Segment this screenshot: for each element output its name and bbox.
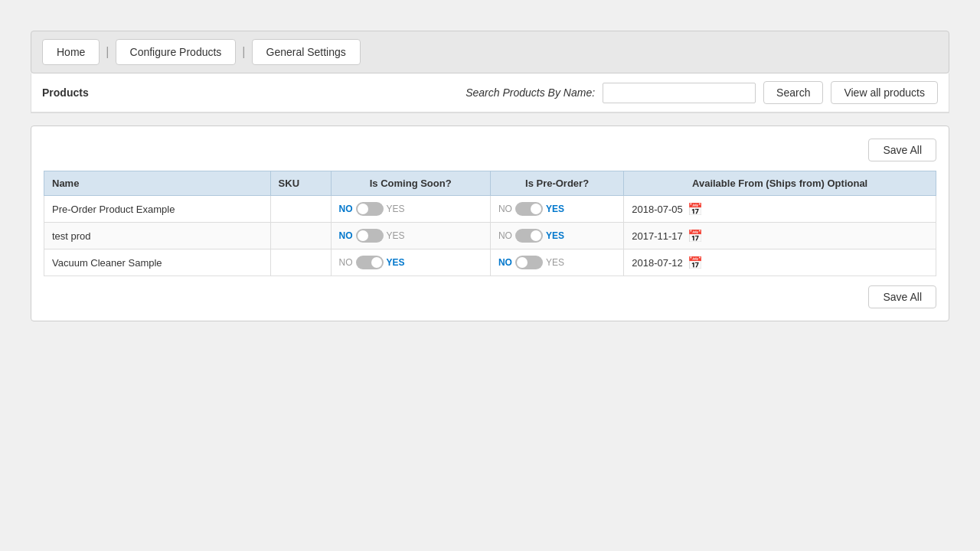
save-all-top-row: Save All bbox=[44, 139, 936, 161]
calendar-icon[interactable]: 📅 bbox=[688, 228, 703, 243]
header-divider bbox=[31, 112, 949, 113]
coming-soon-knob bbox=[358, 230, 368, 241]
save-all-top-button[interactable]: Save All bbox=[868, 139, 936, 161]
table-row: Vacuum Cleaner Sample NO YES NO YES 2018… bbox=[44, 249, 936, 276]
search-by-name-label: Search Products By Name: bbox=[466, 86, 595, 99]
cell-name: Vacuum Cleaner Sample bbox=[44, 249, 271, 276]
col-pre-order: Is Pre-Order? bbox=[490, 171, 623, 196]
col-available-from: Available From (Ships from) Optional bbox=[624, 171, 936, 196]
date-value: 2018-07-05 bbox=[632, 204, 683, 215]
cell-pre-order: NO YES bbox=[490, 249, 623, 276]
save-all-bottom-row: Save All bbox=[44, 285, 936, 308]
pre-order-toggle-group: NO YES bbox=[498, 229, 616, 243]
pre-order-no-label: NO bbox=[498, 230, 512, 241]
pre-order-yes-label: YES bbox=[546, 257, 564, 268]
pre-order-toggle[interactable] bbox=[515, 202, 543, 216]
pre-order-yes-label: YES bbox=[546, 204, 564, 214]
pre-order-no-label: NO bbox=[498, 257, 512, 268]
table-row: test prod NO YES NO YES 2017-11-17 📅 bbox=[44, 223, 936, 249]
coming-soon-toggle[interactable] bbox=[356, 202, 384, 216]
coming-soon-yes-label: YES bbox=[387, 204, 405, 214]
date-value: 2018-07-12 bbox=[632, 257, 683, 269]
calendar-icon[interactable]: 📅 bbox=[688, 255, 703, 270]
products-header: Products Search Products By Name: Search… bbox=[31, 73, 949, 112]
tab-general-settings[interactable]: General Settings bbox=[252, 39, 361, 65]
nav-sep-2: | bbox=[242, 45, 245, 59]
col-sku: SKU bbox=[270, 171, 331, 196]
table-header-row: Name SKU Is Coming Soon? Is Pre-Order? A… bbox=[44, 171, 936, 196]
pre-order-toggle[interactable] bbox=[515, 229, 543, 243]
calendar-icon[interactable]: 📅 bbox=[688, 201, 703, 217]
pre-order-toggle[interactable] bbox=[515, 256, 543, 269]
products-label: Products bbox=[42, 86, 89, 99]
col-name: Name bbox=[44, 171, 271, 196]
date-cell: 2018-07-12 📅 bbox=[632, 255, 928, 270]
tab-home[interactable]: Home bbox=[42, 39, 100, 65]
pre-order-no-label: NO bbox=[498, 204, 512, 214]
cell-pre-order: NO YES bbox=[490, 223, 623, 249]
pre-order-toggle-group: NO YES bbox=[498, 256, 616, 269]
pre-order-toggle-group: NO YES bbox=[498, 202, 616, 216]
coming-soon-knob bbox=[358, 204, 368, 214]
pre-order-knob bbox=[531, 204, 541, 214]
cell-sku bbox=[270, 223, 331, 249]
coming-soon-no-label: NO bbox=[339, 257, 353, 268]
save-all-bottom-button[interactable]: Save All bbox=[868, 285, 936, 308]
search-button[interactable]: Search bbox=[763, 81, 823, 104]
pre-order-knob bbox=[531, 230, 541, 241]
table-row: Pre-Order Product Example NO YES NO YES … bbox=[44, 196, 936, 223]
cell-coming-soon: NO YES bbox=[331, 223, 490, 249]
date-cell: 2018-07-05 📅 bbox=[632, 201, 928, 217]
search-input[interactable] bbox=[603, 83, 756, 103]
cell-name: Pre-Order Product Example bbox=[44, 196, 271, 223]
cell-sku bbox=[270, 196, 331, 223]
date-value: 2017-11-17 bbox=[632, 230, 683, 242]
cell-available-from: 2017-11-17 📅 bbox=[624, 223, 936, 249]
view-all-products-button[interactable]: View all products bbox=[831, 81, 938, 104]
pre-order-yes-label: YES bbox=[546, 230, 564, 241]
coming-soon-no-label: NO bbox=[339, 230, 353, 241]
products-table: Name SKU Is Coming Soon? Is Pre-Order? A… bbox=[44, 171, 936, 276]
nav-bar: Home | Configure Products | General Sett… bbox=[31, 31, 949, 73]
coming-soon-knob bbox=[371, 257, 382, 268]
coming-soon-yes-label: YES bbox=[387, 230, 405, 241]
date-cell: 2017-11-17 📅 bbox=[632, 228, 928, 243]
coming-soon-toggle-group: NO YES bbox=[339, 256, 482, 269]
cell-available-from: 2018-07-05 📅 bbox=[624, 196, 936, 223]
coming-soon-toggle[interactable] bbox=[356, 256, 384, 269]
coming-soon-toggle-group: NO YES bbox=[339, 229, 482, 243]
tab-configure-products[interactable]: Configure Products bbox=[116, 39, 237, 65]
cell-coming-soon: NO YES bbox=[331, 249, 490, 276]
content-card: Save All Name SKU Is Coming Soon? Is Pre… bbox=[31, 126, 949, 321]
coming-soon-yes-label: YES bbox=[387, 257, 405, 268]
coming-soon-no-label: NO bbox=[339, 204, 353, 214]
cell-name: test prod bbox=[44, 223, 271, 249]
cell-pre-order: NO YES bbox=[490, 196, 623, 223]
cell-available-from: 2018-07-12 📅 bbox=[624, 249, 936, 276]
nav-sep-1: | bbox=[106, 45, 109, 59]
page-wrapper: Home | Configure Products | General Sett… bbox=[31, 31, 949, 321]
cell-sku bbox=[270, 249, 331, 276]
coming-soon-toggle-group: NO YES bbox=[339, 202, 482, 216]
pre-order-knob bbox=[517, 257, 528, 268]
cell-coming-soon: NO YES bbox=[331, 196, 490, 223]
coming-soon-toggle[interactable] bbox=[356, 229, 384, 243]
col-coming-soon: Is Coming Soon? bbox=[331, 171, 490, 196]
